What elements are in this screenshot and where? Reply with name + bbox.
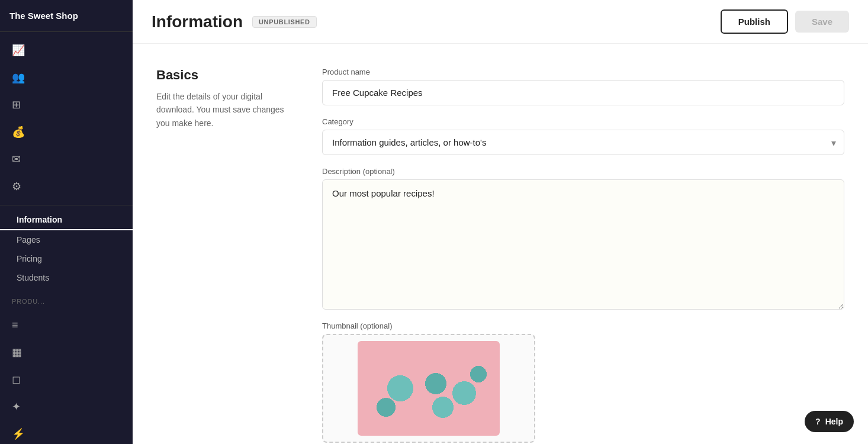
topbar: Information UNPUBLISHED Publish Save: [133, 0, 868, 44]
thumbnail-label: Thumbnail (optional): [322, 321, 844, 330]
help-label: Help: [825, 417, 843, 426]
chart-icon[interactable]: 📈: [0, 37, 133, 64]
users-icon[interactable]: 👥: [0, 64, 133, 91]
save-button[interactable]: Save: [795, 11, 849, 33]
library-icon[interactable]: ≡: [0, 312, 133, 339]
dollar-icon[interactable]: 💰: [0, 118, 133, 146]
sidebar-item-students[interactable]: Students: [0, 268, 133, 287]
dashboard-icon[interactable]: ⊞: [0, 91, 133, 118]
topbar-left: Information UNPUBLISHED: [152, 12, 317, 31]
description-label: Description (optional): [322, 167, 844, 176]
description-textarea[interactable]: Our most popular recipes!: [322, 179, 844, 310]
publish-button[interactable]: Publish: [721, 9, 788, 34]
category-group: Category Information guides, articles, o…: [322, 117, 844, 155]
thumbnail-preview: [358, 341, 500, 436]
page-title: Information: [152, 12, 243, 31]
primary-nav: 📈 👥 ⊞ 💰 ✉ ⚙: [0, 32, 133, 205]
section-label: PRODU...: [0, 292, 133, 307]
basics-title: Basics: [156, 67, 298, 83]
thumbnail-cupcakes-image: [358, 341, 500, 436]
calendar-icon[interactable]: ▦: [0, 339, 133, 366]
lightning-icon[interactable]: ⚡: [0, 420, 133, 444]
right-panel: Product name Category Information guides…: [322, 67, 844, 420]
document-icon[interactable]: ◻: [0, 366, 133, 393]
thumbnail-group: Thumbnail (optional): [322, 321, 844, 443]
lower-nav: ≡ ▦ ◻ ✦ ⚡ ★ 🎓 ?: [0, 307, 133, 444]
left-panel: Basics Edit the details of your digital …: [133, 67, 298, 420]
description-group: Description (optional) Our most popular …: [322, 167, 844, 310]
product-name-input[interactable]: [322, 80, 844, 105]
topbar-right: Publish Save: [721, 9, 849, 34]
sidebar-item-pages[interactable]: Pages: [0, 230, 133, 249]
explore-icon[interactable]: ✦: [0, 393, 133, 420]
settings-icon[interactable]: ⚙: [0, 173, 133, 200]
app-title: The Sweet Shop: [0, 0, 133, 32]
help-circle-icon: ?: [815, 417, 821, 426]
sub-nav: Information Pages Pricing Students: [0, 205, 133, 292]
thumbnail-upload-area[interactable]: [322, 334, 535, 443]
product-name-label: Product name: [322, 67, 844, 76]
main-content: Information UNPUBLISHED Publish Save Bas…: [133, 0, 868, 444]
category-select-wrapper: Information guides, articles, or how-to'…: [322, 130, 844, 155]
mail-icon[interactable]: ✉: [0, 146, 133, 173]
basics-description: Edit the details of your digital downloa…: [156, 90, 298, 130]
sidebar: The Sweet Shop Preview 📈 👥 ⊞ 💰 ✉ ⚙ Infor…: [0, 0, 133, 444]
category-label: Category: [322, 117, 844, 126]
sidebar-item-pricing[interactable]: Pricing: [0, 249, 133, 268]
status-badge: UNPUBLISHED: [252, 16, 317, 28]
product-name-group: Product name: [322, 67, 844, 105]
sidebar-item-information[interactable]: Information: [0, 210, 133, 230]
help-button[interactable]: ? Help: [805, 411, 854, 432]
category-select[interactable]: Information guides, articles, or how-to'…: [322, 130, 844, 155]
content-area: Basics Edit the details of your digital …: [133, 44, 868, 444]
